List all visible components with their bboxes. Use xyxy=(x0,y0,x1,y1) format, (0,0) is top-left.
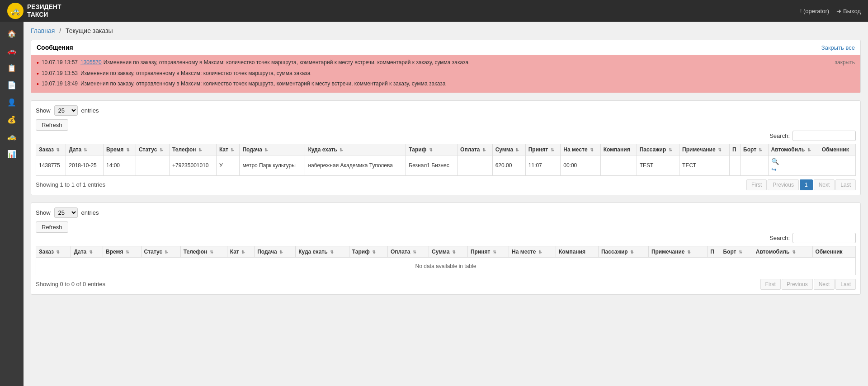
messages-title: Сообщения xyxy=(37,44,73,51)
table1-page1-button[interactable]: 1 xyxy=(800,179,813,190)
message-order-link[interactable]: 1305570 xyxy=(80,59,102,66)
col-bort[interactable]: Борт ⇅ xyxy=(741,144,768,155)
cell-status xyxy=(136,155,169,175)
col-time[interactable]: Время ⇅ xyxy=(103,144,136,155)
col-telefon[interactable]: Телефон ⇅ xyxy=(170,144,217,155)
table1-show-select[interactable]: 25 50 100 xyxy=(54,105,78,116)
table1-pagination: First Previous 1 Next Last xyxy=(746,179,856,190)
col2-primenachanie[interactable]: Примечание ⇅ xyxy=(648,246,707,257)
table1-search-input[interactable] xyxy=(793,131,856,141)
table2-show-select[interactable]: 25 50 100 xyxy=(54,207,78,218)
breadcrumb-home[interactable]: Главная xyxy=(31,27,55,34)
col-company[interactable]: Компания xyxy=(600,144,637,155)
sidebar-item-taxi[interactable]: 🚕 xyxy=(3,128,21,145)
message-text: Изменения по заказу, отправленному в Мак… xyxy=(104,59,469,66)
col2-kat[interactable]: Кат ⇅ xyxy=(227,246,255,257)
col2-time[interactable]: Время ⇅ xyxy=(103,246,142,257)
col2-telefon[interactable]: Телефон ⇅ xyxy=(180,246,227,257)
cell-telefon: +79235001010 xyxy=(170,155,217,175)
table1-refresh-button[interactable]: Refresh xyxy=(36,119,68,131)
table2-pagination: First Previous Next Last xyxy=(760,279,856,290)
sidebar-item-home[interactable]: 🏠 xyxy=(3,25,21,42)
sidebar-item-user[interactable]: 👤 xyxy=(3,94,21,110)
magnify-icon[interactable]: 🔍 xyxy=(771,158,816,165)
col2-oplata[interactable]: Оплата ⇅ xyxy=(387,246,429,257)
navbar-user: ! (operator) xyxy=(800,8,829,14)
main-content: Главная / Текущие заказы Сообщения Закры… xyxy=(24,22,868,386)
col2-p[interactable]: П xyxy=(708,246,720,257)
table2-no-data-row: No data available in table xyxy=(36,257,856,275)
table1-search-label: Search: xyxy=(769,132,790,139)
breadcrumb-separator: / xyxy=(59,27,61,34)
message-bullet: • xyxy=(37,80,39,89)
col-primenachanie[interactable]: Примечание ⇅ xyxy=(679,144,730,155)
col2-summa[interactable]: Сумма ⇅ xyxy=(429,246,468,257)
col2-passenger[interactable]: Пассажир ⇅ xyxy=(598,246,648,257)
cell-company xyxy=(600,155,637,175)
cell-podacha: метро Парк культуры xyxy=(240,155,305,175)
cell-data: 2018-10-25 xyxy=(66,155,104,175)
table2-section: Show 25 50 100 entries Refresh Search: З… xyxy=(31,202,861,295)
col-podacha[interactable]: Подача ⇅ xyxy=(240,144,305,155)
sidebar-item-reports[interactable]: 📊 xyxy=(3,146,21,162)
messages-body: • 10.07.19 13:57 1305570 Изменения по за… xyxy=(31,55,860,93)
col2-kuda[interactable]: Куда ехать ⇅ xyxy=(296,246,349,257)
sidebar-item-docs[interactable]: 📄 xyxy=(3,77,21,93)
col2-status[interactable]: Статус ⇅ xyxy=(141,246,180,257)
table2-first-button[interactable]: First xyxy=(760,279,781,290)
table2-data-table: Заказ ⇅ Дата ⇅ Время ⇅ Статус ⇅ Телефон … xyxy=(36,246,856,275)
table2-next-button[interactable]: Next xyxy=(814,279,835,290)
col-auto[interactable]: Автомобиль ⇅ xyxy=(768,144,819,155)
col2-obmennik[interactable]: Обменник xyxy=(812,246,855,257)
col-data[interactable]: Дата ⇅ xyxy=(66,144,104,155)
sidebar-item-orders[interactable]: 📋 xyxy=(3,60,21,76)
sidebar-item-finance[interactable]: 💰 xyxy=(3,111,21,127)
col-summa[interactable]: Сумма ⇅ xyxy=(492,144,525,155)
col2-na-meste[interactable]: На месте ⇅ xyxy=(509,246,556,257)
col2-data[interactable]: Дата ⇅ xyxy=(71,246,103,257)
cell-p xyxy=(730,155,741,175)
col-passenger[interactable]: Пассажир ⇅ xyxy=(637,144,679,155)
col-prinyat[interactable]: Принят ⇅ xyxy=(525,144,561,155)
col2-zakas[interactable]: Заказ ⇅ xyxy=(36,246,71,257)
close-all-button[interactable]: Закрыть все xyxy=(821,44,855,51)
cell-tarif: Безнал1 Бизнес xyxy=(406,155,458,175)
table2-search-input[interactable] xyxy=(793,233,856,243)
cell-kat: У xyxy=(216,155,240,175)
table2-refresh-row: Refresh xyxy=(36,221,856,233)
table2-no-data: No data available in table xyxy=(36,257,856,275)
col-status[interactable]: Статус ⇅ xyxy=(136,144,169,155)
table1-refresh-row: Refresh xyxy=(36,119,856,131)
col-kuda[interactable]: Куда ехать ⇅ xyxy=(305,144,406,155)
col2-auto[interactable]: Автомобиль ⇅ xyxy=(753,246,812,257)
col-zakas[interactable]: Заказ ⇅ xyxy=(36,144,66,155)
table1-next-button[interactable]: Next xyxy=(814,179,835,190)
col2-bort[interactable]: Борт ⇅ xyxy=(720,246,753,257)
col-obmennik[interactable]: Обменник xyxy=(819,144,855,155)
table1-previous-button[interactable]: Previous xyxy=(768,179,799,190)
table1-last-button[interactable]: Last xyxy=(835,179,856,190)
brand-text: РЕЗИДЕНТ ТАКСИ xyxy=(27,3,61,19)
navbar-right: ! (operator) ➜ Выход xyxy=(800,8,861,14)
col-p[interactable]: П xyxy=(730,144,741,155)
col-tarif[interactable]: Тариф ⇅ xyxy=(406,144,458,155)
cell-time: 14:00 xyxy=(103,155,136,175)
table2-entries-label: entries xyxy=(81,209,99,216)
logout-button[interactable]: ➜ Выход xyxy=(836,8,861,14)
table1-first-button[interactable]: First xyxy=(746,179,767,190)
table2-previous-button[interactable]: Previous xyxy=(782,279,813,290)
col2-podacha[interactable]: Подача ⇅ xyxy=(255,246,296,257)
message-time: 10.07.19 13:57 xyxy=(42,59,78,66)
share-icon[interactable]: ↪ xyxy=(771,166,816,173)
table2-refresh-button[interactable]: Refresh xyxy=(36,221,68,233)
col2-company[interactable]: Компания xyxy=(556,246,599,257)
col-na-meste[interactable]: На месте ⇅ xyxy=(561,144,600,155)
col-kat[interactable]: Кат ⇅ xyxy=(216,144,240,155)
table2-last-button[interactable]: Last xyxy=(835,279,856,290)
col-oplata[interactable]: Оплата ⇅ xyxy=(458,144,493,155)
message-bullet: • xyxy=(37,59,39,68)
sidebar-item-car[interactable]: 🚗 xyxy=(3,42,21,59)
message-close-button[interactable]: закрыть xyxy=(835,59,855,66)
col2-tarif[interactable]: Тариф ⇅ xyxy=(349,246,387,257)
col2-prinyat[interactable]: Принят ⇅ xyxy=(467,246,509,257)
